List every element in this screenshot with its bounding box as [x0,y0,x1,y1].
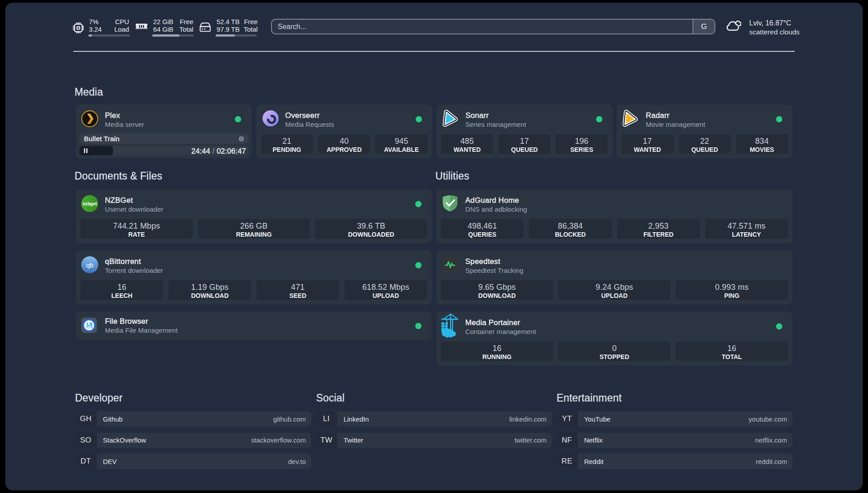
svg-text:nzbget: nzbget [83,201,97,206]
svg-text:qb: qb [86,261,94,269]
